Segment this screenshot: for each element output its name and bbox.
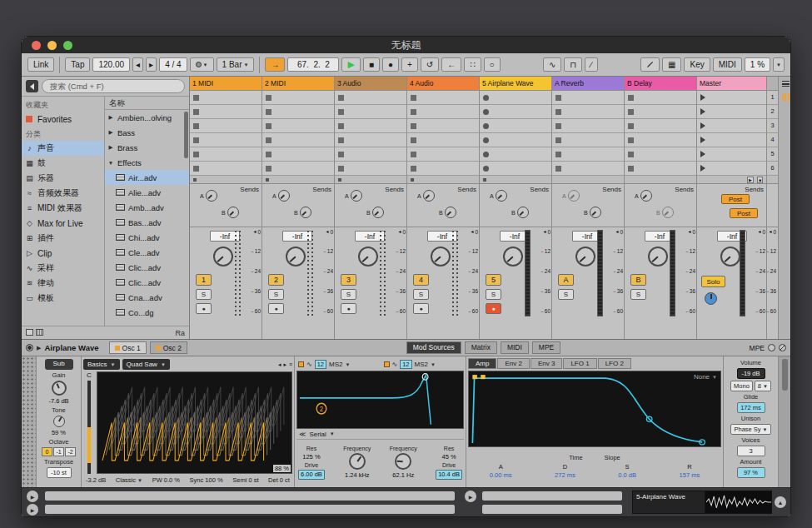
wavetable-category-menu[interactable]: Basics▼ bbox=[83, 359, 120, 370]
sub-tone-knob[interactable] bbox=[53, 416, 65, 427]
tab-lfo1[interactable]: LFO 1 bbox=[563, 358, 596, 369]
clip-slot[interactable] bbox=[262, 91, 334, 105]
quantization-menu[interactable]: 1 Bar▼ bbox=[217, 57, 255, 72]
tab-amp-env[interactable]: Amp bbox=[468, 358, 496, 369]
mono-voices-menu[interactable]: 8▼ bbox=[755, 381, 771, 391]
horizontal-scrollbar[interactable] bbox=[482, 491, 622, 501]
track-activator[interactable]: A bbox=[558, 274, 574, 286]
sidebar-item-instruments[interactable]: ▤乐器 bbox=[22, 171, 104, 186]
unison-amount-field[interactable]: 97 % bbox=[737, 467, 765, 478]
clip-slot[interactable] bbox=[335, 91, 406, 105]
stop-all-clips-row[interactable] bbox=[262, 176, 334, 184]
track-activator[interactable]: 4 bbox=[413, 274, 429, 286]
back-to-arrangement-button[interactable]: ← bbox=[441, 57, 461, 72]
track-activator[interactable]: B bbox=[630, 274, 646, 286]
zoom-window-button[interactable] bbox=[63, 41, 72, 50]
send-a-knob[interactable]: A bbox=[200, 190, 217, 202]
clip-slot[interactable] bbox=[190, 133, 262, 147]
tab-midi[interactable]: MIDI bbox=[501, 341, 529, 354]
stop-all-clips-row[interactable] bbox=[335, 176, 406, 184]
tab-matrix[interactable]: Matrix bbox=[465, 341, 497, 354]
clip-slot[interactable] bbox=[190, 119, 262, 133]
tab-osc2[interactable]: Osc 2 bbox=[150, 341, 187, 354]
filter1-freq[interactable]: 1.24 kHz bbox=[345, 471, 370, 479]
scene-launch-slot[interactable] bbox=[697, 105, 766, 119]
sidebar-item-samples[interactable]: ∿采样 bbox=[22, 261, 104, 276]
arrangement-position-display[interactable]: 67. 2. 2 bbox=[287, 57, 339, 72]
device-drag-handle[interactable] bbox=[22, 356, 37, 487]
overdub-button[interactable]: + bbox=[401, 57, 418, 72]
metronome-button[interactable]: ▼ bbox=[190, 57, 214, 72]
stop-all-clips-row[interactable] bbox=[480, 176, 551, 184]
stop-all-clips-row[interactable]: ▶ ■ bbox=[697, 176, 766, 184]
browser-folder[interactable]: ▶Brass bbox=[105, 140, 189, 155]
filter1-freq-knob[interactable] bbox=[349, 453, 366, 470]
browser-folder[interactable]: ▶Ambien...olving bbox=[105, 110, 189, 125]
volume-knob[interactable] bbox=[286, 247, 306, 266]
search-input[interactable] bbox=[42, 79, 185, 93]
env-decay[interactable]: D272 ms bbox=[555, 463, 575, 479]
clip-slot[interactable] bbox=[335, 162, 406, 176]
wavetable-display[interactable] bbox=[97, 371, 292, 474]
volume-knob[interactable] bbox=[358, 247, 378, 266]
browser-folder[interactable]: ▼Effects bbox=[105, 155, 189, 170]
stop-all-clips-row[interactable] bbox=[190, 176, 262, 184]
scene-number[interactable]: 1 bbox=[767, 91, 778, 105]
send-a-knob[interactable]: A bbox=[490, 190, 507, 202]
stop-all-clips-row[interactable] bbox=[407, 176, 479, 184]
volume-knob[interactable] bbox=[575, 247, 595, 266]
sidebar-item-max-for-live[interactable]: ◇Max for Live bbox=[22, 216, 104, 231]
filter1-type[interactable]: MS2 bbox=[329, 361, 342, 368]
mod-target-menu[interactable]: None▼ bbox=[694, 373, 717, 381]
arrangement-view-icon[interactable] bbox=[782, 81, 790, 87]
name-column-header[interactable]: 名称 bbox=[105, 97, 189, 110]
session-view-icon[interactable] bbox=[782, 93, 790, 101]
follow-button[interactable]: → bbox=[265, 57, 285, 72]
send-a-knob[interactable]: A bbox=[562, 190, 580, 202]
solo-button[interactable]: S bbox=[486, 289, 501, 300]
tab-env3[interactable]: Env 3 bbox=[531, 358, 562, 369]
link-button[interactable]: Link bbox=[27, 57, 54, 72]
cue-solo-button[interactable]: Solo bbox=[701, 276, 725, 287]
osc-level[interactable]: -3.2 dB bbox=[86, 476, 106, 484]
cue-volume-knob[interactable] bbox=[705, 292, 717, 305]
sidebar-item-sounds[interactable]: ♪声音 bbox=[22, 141, 104, 156]
play-all-scenes-icon[interactable]: ▶ bbox=[747, 177, 754, 183]
track-header[interactable]: A Reverb bbox=[552, 77, 624, 91]
send-b-knob[interactable]: B bbox=[222, 207, 239, 218]
solo-button[interactable]: S bbox=[341, 289, 356, 300]
solo-button[interactable]: S bbox=[558, 289, 574, 300]
track-header[interactable]: 1 MIDI bbox=[190, 77, 262, 91]
tab-mod-sources[interactable]: Mod Sources bbox=[406, 341, 461, 354]
clip-slot[interactable] bbox=[407, 162, 479, 176]
hot-swap-icon[interactable] bbox=[36, 329, 43, 336]
track-activator[interactable]: 3 bbox=[341, 274, 356, 286]
stop-all-clips-icon[interactable]: ■ bbox=[757, 177, 763, 183]
track-header[interactable]: B Delay bbox=[625, 77, 696, 91]
stop-button[interactable]: ■ bbox=[363, 57, 380, 72]
clip-view-toggle[interactable]: ▶ bbox=[27, 491, 38, 502]
browser-file[interactable]: Clic...adv bbox=[105, 275, 189, 290]
solo-button[interactable]: S bbox=[268, 289, 284, 300]
browser-file[interactable]: Alie...adv bbox=[105, 185, 189, 200]
mono-toggle[interactable]: Mono bbox=[730, 381, 753, 391]
solo-button[interactable]: S bbox=[196, 289, 212, 300]
sidebar-item-clips[interactable]: ▷Clip bbox=[22, 246, 104, 261]
automation-wave-button[interactable]: ∿ bbox=[543, 57, 561, 72]
scene-number[interactable]: 2 bbox=[767, 105, 778, 119]
arm-button[interactable]: ● bbox=[268, 303, 284, 314]
browser-file[interactable]: Amb...adv bbox=[105, 200, 189, 215]
filter2-slope[interactable]: 12 bbox=[400, 360, 411, 369]
send-b-knob[interactable]: B bbox=[366, 207, 384, 218]
draw-mode-button[interactable] bbox=[640, 57, 660, 72]
filter2-on-checkbox[interactable] bbox=[384, 361, 390, 367]
clip-slot[interactable] bbox=[262, 147, 334, 162]
voices-field[interactable]: 3 bbox=[737, 446, 765, 456]
filter2-freq-knob[interactable] bbox=[395, 453, 411, 470]
tab-osc1[interactable]: Osc 1 bbox=[109, 341, 147, 354]
send-a-knob[interactable]: A bbox=[417, 190, 435, 202]
osc-semitone[interactable]: Semi 0 st bbox=[232, 476, 258, 484]
browser-scrollbar[interactable] bbox=[184, 112, 188, 158]
minimize-window-button[interactable] bbox=[47, 41, 57, 50]
sidebar-item-audio-effects[interactable]: ≈音频效果器 bbox=[22, 186, 104, 201]
